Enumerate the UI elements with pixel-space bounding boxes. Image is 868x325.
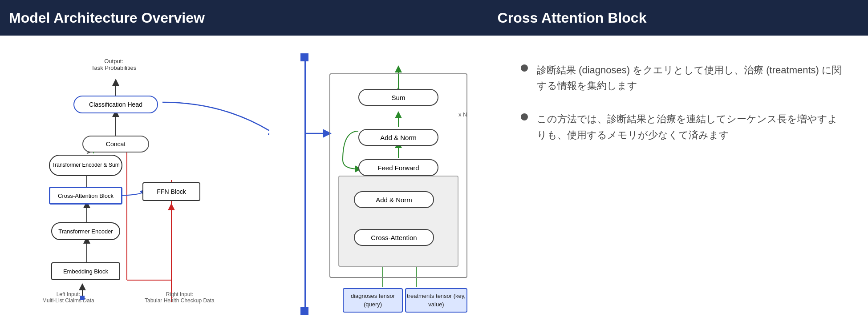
bullet-dot-2 bbox=[521, 113, 528, 120]
sum-box: Sum bbox=[358, 89, 438, 106]
xn-label: x N bbox=[458, 111, 467, 118]
bullet-item-1: 診断結果 (diagnoses) をクエリとして使用し、治療 (treatmen… bbox=[521, 62, 846, 93]
left-diagram-section: Output: Task Probabilities Classificatio… bbox=[9, 44, 285, 316]
cross-attention-inner-box: Cross-Attention bbox=[354, 229, 434, 246]
feed-forward-box: Feed Forward bbox=[358, 159, 438, 176]
transformer-encoder-sum-box: Transformer Encoder & Sum bbox=[49, 155, 122, 176]
cross-attention-section: Sum Add & Norm Feed Forward Add & Norm C… bbox=[285, 44, 507, 316]
add-norm-top-box: Add & Norm bbox=[358, 129, 438, 146]
output-label: Output: Task Probabilities bbox=[91, 58, 136, 71]
transformer-encoder-box: Transformer Encoder bbox=[51, 222, 120, 240]
ffn-block-box: FFN Block bbox=[142, 182, 200, 201]
text-section: 診断結果 (diagnoses) をクエリとして使用し、治療 (treatmen… bbox=[507, 44, 859, 316]
architecture-diagram: Output: Task Probabilities Classificatio… bbox=[24, 44, 269, 316]
classification-head-box: Classification Head bbox=[73, 96, 158, 113]
right-input-label: Right Input: Tabular Health Checkup Data bbox=[145, 291, 215, 304]
header-right: Cross Attention Block bbox=[276, 0, 868, 36]
left-header-title: Model Architecture Overview bbox=[9, 10, 205, 26]
bullet-text-1: 診断結果 (diagnoses) をクエリとして使用し、治療 (treatmen… bbox=[537, 62, 846, 93]
treatments-tensor-box: treatments tensor (key, value) bbox=[405, 288, 467, 313]
cross-attention-block-box: Cross-Attention Block bbox=[49, 187, 122, 205]
ca-inner-box bbox=[338, 176, 458, 267]
page-wrapper: Model Architecture Overview Cross Attent… bbox=[0, 0, 868, 325]
bullet-item-2: この方法では、診断結果と治療を連結してシーケンス長を増やすよりも、使用するメモリ… bbox=[521, 111, 846, 142]
diagnoses-tensor-box: diagnoses tensor (query) bbox=[343, 288, 403, 313]
header: Model Architecture Overview Cross Attent… bbox=[0, 0, 868, 36]
add-norm-bottom-box: Add & Norm bbox=[354, 191, 434, 208]
bullet-text-2: この方法では、診断結果と治療を連結してシーケンス長を増やすよりも、使用するメモリ… bbox=[537, 111, 846, 142]
embedding-block-box: Embedding Block bbox=[51, 262, 120, 280]
main-content: Output: Task Probabilities Classificatio… bbox=[0, 36, 868, 325]
left-input-node bbox=[80, 296, 85, 300]
left-input-label: Left Input: Multi-List Claims Data bbox=[42, 291, 94, 304]
right-header-title: Cross Attention Block bbox=[498, 10, 647, 26]
concat-box: Concat bbox=[82, 136, 149, 152]
bullet-dot-1 bbox=[521, 64, 528, 72]
header-left: Model Architecture Overview bbox=[0, 0, 276, 36]
vertical-connector bbox=[304, 57, 306, 311]
